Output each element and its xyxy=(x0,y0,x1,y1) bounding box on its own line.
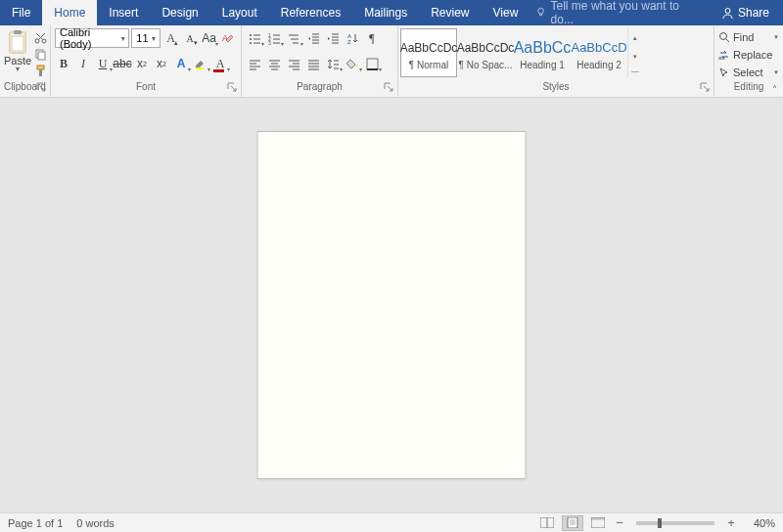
style-heading-2[interactable]: AaBbCcDHeading 2 xyxy=(571,28,627,77)
borders-icon xyxy=(366,58,379,70)
svg-text:ab: ab xyxy=(718,55,725,61)
svg-point-14 xyxy=(250,34,252,36)
subscript-button[interactable]: x2 xyxy=(133,54,151,73)
styles-more-button[interactable]: ▴▾ xyxy=(627,28,641,77)
bullets-button[interactable]: ▾ xyxy=(246,28,263,48)
text-effects-button[interactable]: A▾ xyxy=(172,54,190,73)
font-size-combo[interactable]: 11▼ xyxy=(131,28,160,48)
print-layout-button[interactable] xyxy=(562,515,583,531)
change-case-button[interactable]: Aa▾ xyxy=(201,28,218,48)
tab-layout[interactable]: Layout xyxy=(210,0,269,25)
read-mode-button[interactable] xyxy=(536,515,558,531)
style-preview: AaBbCc xyxy=(514,36,572,60)
decrease-indent-button[interactable] xyxy=(304,28,322,48)
highlight-button[interactable]: ▾ xyxy=(192,54,209,73)
share-button[interactable]: Share xyxy=(708,0,783,25)
styles-launcher[interactable] xyxy=(700,82,710,92)
shrink-font-button[interactable]: A▾ xyxy=(181,28,199,48)
zoom-in-button[interactable]: + xyxy=(724,516,738,529)
bullets-icon xyxy=(249,32,261,45)
multilevel-icon xyxy=(288,32,300,45)
align-right-button[interactable] xyxy=(285,54,302,73)
document-canvas[interactable] xyxy=(0,98,783,512)
share-label: Share xyxy=(738,6,769,20)
tab-home[interactable]: Home xyxy=(42,0,97,25)
tab-mailings[interactable]: Mailings xyxy=(352,0,419,25)
superscript-button[interactable]: x2 xyxy=(153,54,170,73)
group-paragraph: ▾ 123▾ ▾ AZ ¶ ▾ ▾ ▾ P xyxy=(242,25,398,97)
format-painter-button[interactable] xyxy=(33,64,47,77)
svg-rect-11 xyxy=(39,69,42,76)
clipboard-launcher[interactable] xyxy=(36,82,46,92)
tab-insert[interactable]: Insert xyxy=(97,0,150,25)
style-name: ¶ Normal xyxy=(401,60,456,70)
align-center-button[interactable] xyxy=(265,54,283,73)
chevron-down-icon: ▼ xyxy=(117,35,126,42)
replace-button[interactable]: ab Replace xyxy=(718,46,779,63)
collapse-ribbon-button[interactable]: ˄ xyxy=(772,84,777,95)
align-left-icon xyxy=(249,58,261,70)
style--normal[interactable]: AaBbCcDc¶ Normal xyxy=(400,28,457,77)
svg-point-15 xyxy=(250,38,252,40)
copy-icon xyxy=(34,48,47,61)
grow-font-button[interactable]: A▴ xyxy=(162,28,180,48)
bold-button[interactable]: B xyxy=(55,54,72,73)
zoom-level[interactable]: 40% xyxy=(742,517,775,529)
ribbon: Paste ▼ Clipboard Calibri (Body)▼ 11▼ A▴… xyxy=(0,25,783,98)
font-color-button[interactable]: A▾ xyxy=(211,54,229,73)
shading-button[interactable]: ▾ xyxy=(344,54,361,73)
cut-button[interactable] xyxy=(33,30,47,44)
highlighter-icon xyxy=(194,57,207,70)
borders-button[interactable]: ▾ xyxy=(363,54,381,73)
font-name-value: Calibri (Body) xyxy=(60,26,117,50)
tab-references[interactable]: References xyxy=(269,0,352,25)
style-name: Heading 2 xyxy=(572,60,626,70)
page-indicator[interactable]: Page 1 of 1 xyxy=(8,517,63,529)
read-mode-icon xyxy=(540,517,554,528)
sort-button[interactable]: AZ xyxy=(344,28,361,48)
scissors-icon xyxy=(34,31,47,44)
italic-button[interactable]: I xyxy=(74,54,92,73)
line-spacing-button[interactable]: ▾ xyxy=(324,54,342,73)
numbering-button[interactable]: 123▾ xyxy=(265,28,283,48)
find-label: Find xyxy=(733,31,754,43)
font-group-label: Font xyxy=(136,81,156,92)
svg-point-23 xyxy=(720,32,727,39)
increase-indent-button[interactable] xyxy=(324,28,342,48)
font-launcher[interactable] xyxy=(227,82,237,92)
align-left-button[interactable] xyxy=(246,54,263,73)
tab-file[interactable]: File xyxy=(0,0,42,25)
tab-review[interactable]: Review xyxy=(419,0,481,25)
tell-me-placeholder: Tell me what you want to do... xyxy=(551,0,696,26)
paragraph-launcher[interactable] xyxy=(384,82,393,92)
find-button[interactable]: Find▼ xyxy=(718,28,779,45)
clear-formatting-button[interactable]: A xyxy=(219,28,237,48)
paste-button[interactable]: Paste ▼ xyxy=(4,27,31,72)
style-heading-1[interactable]: AaBbCcHeading 1 xyxy=(514,28,571,77)
tell-me-search[interactable]: Tell me what you want to do... xyxy=(530,0,701,25)
word-count[interactable]: 0 words xyxy=(76,517,115,529)
svg-rect-13 xyxy=(195,67,204,69)
tab-design[interactable]: Design xyxy=(150,0,209,25)
underline-button[interactable]: U▾ xyxy=(94,54,112,73)
show-hide-button[interactable]: ¶ xyxy=(363,28,381,48)
select-button[interactable]: Select▼ xyxy=(718,64,779,80)
justify-button[interactable] xyxy=(304,54,322,73)
style--no-spac-[interactable]: AaBbCcDc¶ No Spac... xyxy=(457,28,514,77)
svg-point-1 xyxy=(725,8,730,13)
paintbrush-icon xyxy=(34,65,47,77)
font-name-combo[interactable]: Calibri (Body)▼ xyxy=(55,28,129,48)
zoom-thumb[interactable] xyxy=(658,518,662,528)
multilevel-list-button[interactable]: ▾ xyxy=(285,28,302,48)
zoom-out-button[interactable]: − xyxy=(613,516,626,529)
web-layout-icon xyxy=(591,517,605,528)
style-preview: AaBbCcD xyxy=(571,36,626,60)
tab-view[interactable]: View xyxy=(482,0,530,25)
replace-label: Replace xyxy=(733,49,772,61)
strikethrough-button[interactable]: abc xyxy=(114,54,131,73)
svg-rect-5 xyxy=(12,36,23,51)
copy-button[interactable] xyxy=(33,47,47,61)
document-page[interactable] xyxy=(257,131,527,479)
web-layout-button[interactable] xyxy=(587,515,609,531)
zoom-slider[interactable] xyxy=(636,521,714,525)
